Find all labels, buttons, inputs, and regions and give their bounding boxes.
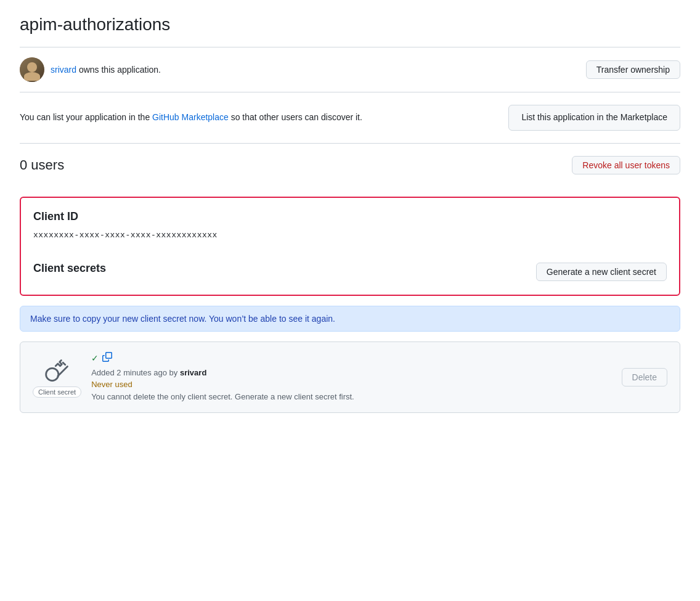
avatar	[20, 57, 44, 82]
client-id-label: Client ID	[33, 210, 667, 223]
secret-label-badge: Client secret	[33, 386, 81, 398]
never-used: Never used	[91, 380, 132, 389]
marketplace-text: You can list your application in the Git…	[20, 111, 362, 124]
users-row: 0 users Revoke all user tokens	[20, 144, 680, 187]
owner-link[interactable]: srivard	[51, 65, 76, 75]
svg-point-0	[46, 368, 58, 380]
secret-actions: Delete	[622, 368, 667, 386]
avatar-image	[20, 57, 44, 82]
client-secrets-label: Client secrets	[33, 262, 106, 275]
client-id-value: xxxxxxxx-xxxx-xxxx-xxxx-xxxxxxxxxxxx	[33, 231, 667, 240]
secret-copy-row: ✓	[91, 352, 611, 364]
page-title: apim-authorizations	[20, 15, 680, 35]
secret-owner: srivard	[180, 368, 206, 377]
key-icon	[44, 357, 71, 384]
github-marketplace-link[interactable]: GitHub Marketplace	[152, 112, 229, 122]
ownership-left: srivard owns this application.	[20, 57, 161, 82]
secret-details: ✓ Added 2 minutes ago by srivard Never u…	[91, 352, 611, 403]
users-count: 0 users	[20, 157, 64, 173]
secret-meta: Added 2 minutes ago by srivard Never use…	[91, 367, 611, 403]
ownership-text: srivard owns this application.	[51, 65, 161, 75]
delete-secret-button[interactable]: Delete	[622, 368, 667, 386]
svg-line-1	[63, 362, 65, 365]
marketplace-text-after: so that other users can discover it.	[229, 112, 362, 122]
check-icon: ✓	[91, 353, 99, 363]
ownership-suffix: owns this application.	[76, 65, 161, 75]
secret-item: Client secret ✓ Added 2 minutes ago by s…	[20, 341, 680, 414]
client-secrets-row: Client secrets Generate a new client sec…	[33, 255, 667, 282]
added-text: Added 2 minutes ago by	[91, 368, 180, 377]
info-banner: Make sure to copy your new client secret…	[20, 306, 680, 332]
delete-note: You cannot delete the only client secret…	[91, 392, 354, 401]
secret-icon-wrap: Client secret	[33, 357, 81, 398]
generate-client-secret-button[interactable]: Generate a new client secret	[536, 263, 667, 281]
credentials-box: Client ID xxxxxxxx-xxxx-xxxx-xxxx-xxxxxx…	[20, 197, 680, 296]
ownership-row: srivard owns this application. Transfer …	[20, 47, 680, 92]
marketplace-text-before: You can list your application in the	[20, 112, 152, 122]
copy-icon[interactable]	[102, 352, 112, 364]
revoke-all-tokens-button[interactable]: Revoke all user tokens	[572, 156, 680, 174]
marketplace-row: You can list your application in the Git…	[20, 92, 680, 143]
transfer-ownership-button[interactable]: Transfer ownership	[586, 60, 680, 79]
list-in-marketplace-button[interactable]: List this application in the Marketplace	[508, 105, 680, 131]
